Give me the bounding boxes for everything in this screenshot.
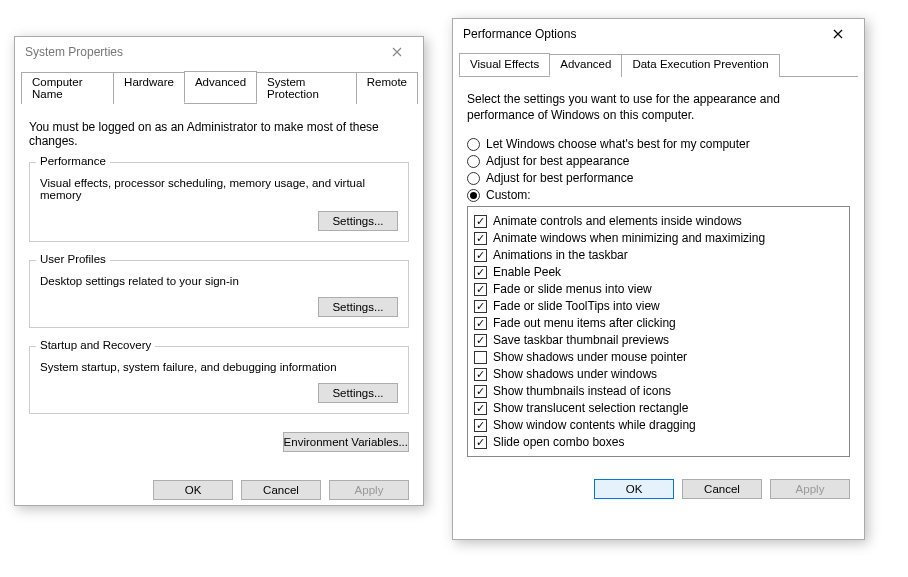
system-properties-content: You must be logged on as an Administrato… <box>15 104 423 468</box>
startup-recovery-group: Startup and Recovery System startup, sys… <box>29 346 409 414</box>
radio-label: Custom: <box>486 188 531 202</box>
visual-effects-tab-content: Select the settings you want to use for … <box>453 77 864 467</box>
checkbox-icon <box>474 300 487 313</box>
visual-effects-check-option[interactable]: Enable Peek <box>474 265 843 279</box>
visual-effects-description: Select the settings you want to use for … <box>467 91 850 123</box>
checkbox-label: Animate controls and elements inside win… <box>493 214 742 228</box>
checkbox-icon <box>474 436 487 449</box>
visual-effects-check-option[interactable]: Animations in the taskbar <box>474 248 843 262</box>
visual-effects-check-option[interactable]: Fade out menu items after clicking <box>474 316 843 330</box>
tab-system-protection[interactable]: System Protection <box>256 72 357 104</box>
performance-options-title: Performance Options <box>463 27 818 41</box>
checkbox-label: Fade or slide menus into view <box>493 282 652 296</box>
apply-button[interactable]: Apply <box>770 479 850 499</box>
apply-button[interactable]: Apply <box>329 480 409 500</box>
visual-effects-check-option[interactable]: Animate windows when minimizing and maxi… <box>474 231 843 245</box>
checkbox-label: Animations in the taskbar <box>493 248 628 262</box>
visual-effects-check-option[interactable]: Fade or slide ToolTips into view <box>474 299 843 313</box>
checkbox-icon <box>474 249 487 262</box>
checkbox-label: Fade out menu items after clicking <box>493 316 676 330</box>
checkbox-icon <box>474 215 487 228</box>
ok-button[interactable]: OK <box>594 479 674 499</box>
checkbox-icon <box>474 419 487 432</box>
close-button[interactable] <box>818 20 858 48</box>
cancel-button[interactable]: Cancel <box>682 479 762 499</box>
visual-effects-check-option[interactable]: Animate controls and elements inside win… <box>474 214 843 228</box>
visual-effects-check-option[interactable]: Fade or slide menus into view <box>474 282 843 296</box>
checkbox-label: Fade or slide ToolTips into view <box>493 299 660 313</box>
checkbox-icon <box>474 334 487 347</box>
visual-effects-check-option[interactable]: Show thumbnails instead of icons <box>474 384 843 398</box>
radio-label: Adjust for best appearance <box>486 154 629 168</box>
checkbox-label: Save taskbar thumbnail previews <box>493 333 669 347</box>
user-profiles-group-desc: Desktop settings related to your sign-in <box>40 275 398 287</box>
visual-effects-checklist: Animate controls and elements inside win… <box>467 206 850 457</box>
checkbox-icon <box>474 402 487 415</box>
close-icon <box>392 47 402 57</box>
checkbox-icon <box>474 232 487 245</box>
visual-effects-check-option[interactable]: Slide open combo boxes <box>474 435 843 449</box>
system-properties-titlebar: System Properties <box>15 37 423 67</box>
system-properties-title: System Properties <box>25 45 377 59</box>
radio-icon <box>467 189 480 202</box>
visual-effects-check-option[interactable]: Show translucent selection rectangle <box>474 401 843 415</box>
tab-advanced[interactable]: Advanced <box>184 71 257 103</box>
environment-variables-button[interactable]: Environment Variables... <box>283 432 409 452</box>
performance-options-tabs: Visual EffectsAdvancedData Execution Pre… <box>459 53 858 77</box>
checkbox-icon <box>474 368 487 381</box>
visual-effects-radio-option[interactable]: Adjust for best appearance <box>467 154 850 168</box>
radio-icon <box>467 138 480 151</box>
tab-data-execution-prevention[interactable]: Data Execution Prevention <box>621 54 779 77</box>
radio-label: Adjust for best performance <box>486 171 633 185</box>
performance-group-label: Performance <box>36 155 110 167</box>
system-properties-tabs: Computer NameHardwareAdvancedSystem Prot… <box>21 71 417 104</box>
performance-settings-button[interactable]: Settings... <box>318 211 398 231</box>
system-properties-window: System Properties Computer NameHardwareA… <box>14 36 424 506</box>
ok-button[interactable]: OK <box>153 480 233 500</box>
checkbox-label: Show window contents while dragging <box>493 418 696 432</box>
checkbox-icon <box>474 317 487 330</box>
user-profiles-settings-button[interactable]: Settings... <box>318 297 398 317</box>
close-icon <box>833 29 843 39</box>
visual-effects-check-option[interactable]: Save taskbar thumbnail previews <box>474 333 843 347</box>
checkbox-icon <box>474 351 487 364</box>
visual-effects-check-option[interactable]: Show shadows under windows <box>474 367 843 381</box>
close-button[interactable] <box>377 38 417 66</box>
radio-icon <box>467 155 480 168</box>
performance-options-titlebar: Performance Options <box>453 19 864 49</box>
admin-instruction: You must be logged on as an Administrato… <box>29 120 409 148</box>
system-properties-dialog-buttons: OK Cancel Apply <box>15 468 423 514</box>
visual-effects-check-option[interactable]: Show shadows under mouse pointer <box>474 350 843 364</box>
checkbox-label: Enable Peek <box>493 265 561 279</box>
radio-icon <box>467 172 480 185</box>
checkbox-label: Slide open combo boxes <box>493 435 624 449</box>
performance-group-desc: Visual effects, processor scheduling, me… <box>40 177 398 201</box>
startup-recovery-settings-button[interactable]: Settings... <box>318 383 398 403</box>
performance-options-window: Performance Options Visual EffectsAdvanc… <box>452 18 865 540</box>
checkbox-icon <box>474 283 487 296</box>
visual-effects-radio-option[interactable]: Let Windows choose what's best for my co… <box>467 137 850 151</box>
tab-computer-name[interactable]: Computer Name <box>21 72 114 104</box>
radio-label: Let Windows choose what's best for my co… <box>486 137 750 151</box>
visual-effects-radio-option[interactable]: Custom: <box>467 188 850 202</box>
visual-effects-radio-group: Let Windows choose what's best for my co… <box>467 137 850 202</box>
user-profiles-group-label: User Profiles <box>36 253 110 265</box>
checkbox-icon <box>474 385 487 398</box>
checkbox-label: Show shadows under mouse pointer <box>493 350 687 364</box>
cancel-button[interactable]: Cancel <box>241 480 321 500</box>
checkbox-label: Show translucent selection rectangle <box>493 401 688 415</box>
performance-options-dialog-buttons: OK Cancel Apply <box>453 467 864 513</box>
tab-advanced[interactable]: Advanced <box>549 54 622 77</box>
performance-group: Performance Visual effects, processor sc… <box>29 162 409 242</box>
checkbox-label: Show thumbnails instead of icons <box>493 384 671 398</box>
visual-effects-radio-option[interactable]: Adjust for best performance <box>467 171 850 185</box>
tab-remote[interactable]: Remote <box>356 72 418 104</box>
visual-effects-check-option[interactable]: Show window contents while dragging <box>474 418 843 432</box>
startup-recovery-group-label: Startup and Recovery <box>36 339 155 351</box>
tab-visual-effects[interactable]: Visual Effects <box>459 53 550 76</box>
startup-recovery-group-desc: System startup, system failure, and debu… <box>40 361 398 373</box>
checkbox-label: Show shadows under windows <box>493 367 657 381</box>
checkbox-label: Animate windows when minimizing and maxi… <box>493 231 765 245</box>
user-profiles-group: User Profiles Desktop settings related t… <box>29 260 409 328</box>
tab-hardware[interactable]: Hardware <box>113 72 185 104</box>
